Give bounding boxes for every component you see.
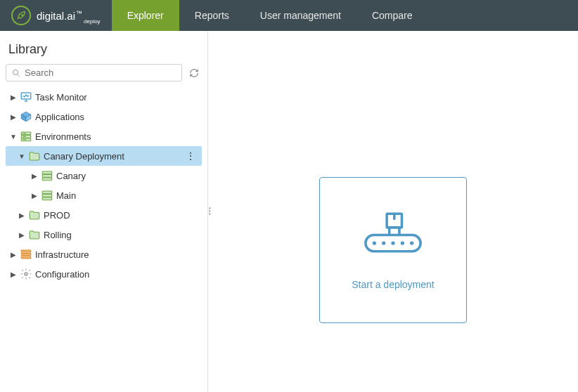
svg-rect-9: [42, 171, 52, 174]
search-input[interactable]: [25, 67, 176, 78]
caret-right-icon: ▶: [31, 172, 38, 180]
svg-rect-15: [21, 250, 31, 252]
sidebar-title: Library: [6, 38, 202, 64]
tree-node-prod[interactable]: ▶ PROD: [6, 205, 202, 225]
svg-rect-10: [42, 175, 52, 178]
stack-icon: [20, 248, 32, 261]
sidebar: Library ▶ Task Monitor: [0, 31, 208, 392]
tree-node-task-monitor[interactable]: ▶ Task Monitor: [6, 87, 202, 107]
servers-icon: [41, 169, 53, 182]
folder-icon: [28, 209, 41, 221]
conveyor-icon: [361, 210, 425, 266]
svg-point-18: [25, 273, 28, 276]
tree-label: PROD: [44, 210, 70, 221]
nav-user-management[interactable]: User management: [245, 0, 357, 31]
svg-point-26: [391, 241, 394, 244]
brand-main-text: digital.ai: [37, 10, 75, 22]
servers-icon: [20, 130, 32, 143]
start-deployment-label: Start a deployment: [352, 279, 435, 290]
svg-rect-17: [21, 256, 31, 259]
folder-icon: [28, 150, 41, 162]
caret-right-icon: ▶: [31, 192, 38, 200]
tree-label: Applications: [35, 112, 84, 122]
caret-right-icon: ▶: [10, 113, 17, 121]
topbar: digital.ai ™ deploy Explorer Reports Use…: [0, 0, 578, 31]
kebab-menu-icon[interactable]: ⋮: [183, 150, 198, 162]
caret-right-icon: ▶: [10, 93, 17, 101]
tree-label: Infrastructure: [35, 249, 89, 260]
caret-down-icon: ▼: [18, 152, 25, 160]
tree-label: Configuration: [35, 269, 89, 280]
svg-point-28: [410, 241, 413, 244]
splitter-handle[interactable]: •••: [208, 207, 211, 216]
servers-icon: [41, 189, 53, 202]
nav-compare[interactable]: Compare: [357, 0, 428, 31]
box-icon: [20, 110, 32, 123]
svg-point-27: [401, 241, 404, 244]
caret-down-icon: ▼: [10, 133, 17, 141]
svg-rect-16: [21, 254, 31, 256]
search-box[interactable]: [6, 64, 182, 81]
folder-icon: [28, 228, 41, 241]
search-icon: [12, 69, 20, 77]
svg-rect-14: [42, 197, 52, 200]
tree-label: Rolling: [44, 230, 72, 240]
svg-point-0: [13, 70, 18, 74]
svg-point-24: [373, 241, 376, 244]
brand-tm: ™: [76, 10, 82, 17]
tree-node-canary-deployment[interactable]: ▼ Canary Deployment ⋮: [6, 146, 202, 166]
tree-node-infrastructure[interactable]: ▶ Infrastructure: [6, 244, 202, 264]
rocket-icon: [11, 6, 31, 25]
tree-label: Environments: [35, 131, 91, 142]
caret-right-icon: ▶: [10, 251, 17, 259]
monitor-icon: [20, 91, 32, 103]
tree-node-environments[interactable]: ▼ Environments: [6, 126, 202, 146]
svg-line-1: [18, 74, 20, 76]
brand-logo-area: digital.ai ™ deploy: [0, 6, 112, 25]
tree-node-canary[interactable]: ▶ Canary: [6, 166, 202, 185]
gear-icon: [20, 268, 32, 280]
nav-reports[interactable]: Reports: [179, 0, 245, 31]
tree-label: Canary: [56, 171, 86, 181]
tree-node-configuration[interactable]: ▶ Configuration: [6, 264, 202, 284]
brand-sub-text: deploy: [84, 18, 101, 25]
brand-name: digital.ai ™ deploy: [37, 10, 101, 22]
start-deployment-card[interactable]: Start a deployment: [319, 177, 467, 323]
svg-rect-13: [42, 195, 52, 197]
tree-node-rolling[interactable]: ▶ Rolling: [6, 225, 202, 244]
content-area: Start a deployment: [208, 31, 578, 392]
caret-right-icon: ▶: [18, 211, 25, 219]
svg-rect-12: [42, 191, 52, 194]
tree-label: Canary Deployment: [44, 151, 124, 162]
caret-right-icon: ▶: [10, 270, 17, 278]
svg-rect-11: [42, 178, 52, 181]
tree-label: Task Monitor: [35, 92, 87, 103]
svg-point-25: [382, 241, 385, 244]
tree-label: Main: [56, 190, 76, 201]
nav-explorer[interactable]: Explorer: [112, 0, 179, 31]
tree-node-applications[interactable]: ▶ Applications: [6, 107, 202, 126]
refresh-icon[interactable]: [186, 65, 202, 81]
tree-node-main[interactable]: ▶ Main: [6, 185, 202, 205]
caret-right-icon: ▶: [18, 231, 25, 239]
library-tree: ▶ Task Monitor ▶ Applications ▼: [6, 87, 202, 284]
